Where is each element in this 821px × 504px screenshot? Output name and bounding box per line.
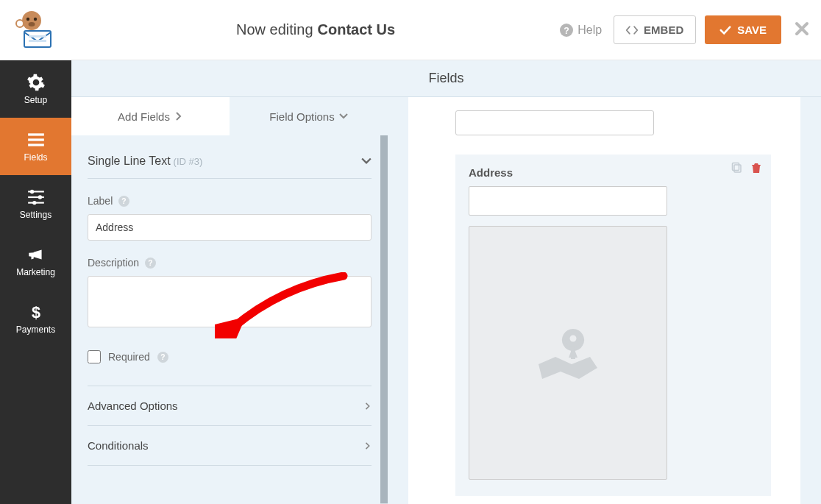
svg-point-3 (28, 22, 35, 26)
panel-header: Fields (71, 60, 821, 97)
duplicate-icon[interactable] (731, 162, 743, 174)
preview-input-prev-field[interactable] (455, 110, 654, 135)
required-row: Required ? (88, 346, 372, 386)
map-pin-icon (535, 324, 601, 383)
embed-label: EMBED (644, 24, 683, 36)
chevron-right-icon (364, 442, 372, 450)
chevron-down-icon (361, 156, 372, 166)
trash-icon[interactable] (750, 162, 762, 174)
save-button[interactable]: SAVE (705, 15, 781, 44)
svg-rect-27 (733, 163, 739, 171)
help-icon[interactable]: ? (157, 352, 168, 363)
form-name: Contact Us (318, 21, 396, 38)
save-label: SAVE (737, 24, 767, 36)
sidebar-item-marketing[interactable]: Marketing (0, 233, 71, 290)
embed-button[interactable]: EMBED (614, 15, 696, 44)
close-icon (795, 21, 809, 36)
workarea: Fields Add Fields Field Options (71, 60, 821, 504)
chevron-down-icon (339, 112, 348, 121)
svg-text:?: ? (122, 197, 127, 205)
sidebar: Setup Fields Settings Marketing $ Paymen… (0, 60, 71, 504)
description-input[interactable] (88, 276, 372, 327)
svg-point-0 (22, 11, 41, 30)
svg-text:?: ? (148, 259, 152, 267)
tab-field-options[interactable]: Field Options (230, 97, 388, 135)
required-checkbox[interactable] (88, 350, 101, 363)
preview-address-field[interactable]: Address (455, 155, 771, 496)
code-icon (626, 25, 638, 35)
chevron-right-icon (364, 402, 372, 410)
sidebar-item-settings[interactable]: Settings (0, 175, 71, 233)
svg-text:?: ? (160, 353, 165, 361)
svg-point-17 (38, 195, 41, 199)
svg-rect-6 (29, 40, 46, 42)
help-icon: ? (560, 24, 573, 37)
conditionals-label: Conditionals (88, 439, 149, 452)
main: Setup Fields Settings Marketing $ Paymen… (0, 60, 821, 504)
sidebar-label: Marketing (16, 267, 55, 277)
sidebar-item-payments[interactable]: $ Payments (0, 290, 71, 347)
tab-label: Field Options (269, 110, 334, 123)
now-editing-text: Now editing (236, 21, 313, 38)
svg-rect-5 (29, 35, 46, 38)
field-id-tag: (ID #3) (174, 156, 203, 167)
help-icon[interactable]: ? (145, 258, 156, 269)
preview-field-label: Address (469, 166, 758, 179)
gear-icon (26, 73, 46, 92)
sliders-icon (26, 188, 46, 207)
svg-point-1 (26, 17, 29, 20)
svg-point-7 (16, 20, 24, 27)
app-logo (0, 0, 71, 60)
page-title: Now editing Contact Us (71, 21, 560, 38)
svg-text:$: $ (31, 303, 40, 322)
options-body: Single Line Text (ID #3) Label ? (71, 135, 388, 473)
description-row: Description ? (88, 257, 372, 330)
advanced-options-label: Advanced Options (88, 400, 178, 412)
check-icon (719, 25, 731, 35)
sidebar-label: Settings (20, 210, 51, 220)
topbar: Now editing Contact Us ? Help EMBED SAVE (0, 0, 821, 60)
label-input[interactable] (88, 214, 372, 241)
scrollbar-thumb[interactable] (380, 135, 388, 503)
preview-map-placeholder (469, 226, 667, 480)
svg-point-16 (29, 190, 33, 194)
svg-rect-26 (734, 165, 741, 172)
tab-label: Add Fields (118, 110, 170, 123)
help-icon[interactable]: ? (118, 196, 129, 207)
advanced-options-toggle[interactable]: Advanced Options (88, 386, 372, 425)
columns: Add Fields Field Options Single Line Tex… (71, 97, 821, 504)
required-caption: Required (108, 351, 150, 363)
sidebar-label: Setup (24, 95, 47, 105)
sidebar-label: Fields (24, 152, 47, 163)
preview-address-input[interactable] (469, 186, 667, 216)
svg-point-2 (33, 17, 36, 20)
label-caption: Label (88, 195, 113, 207)
close-button[interactable] (795, 18, 809, 41)
help-link[interactable]: ? Help (560, 24, 602, 37)
dollar-icon: $ (26, 302, 46, 322)
conditionals-toggle[interactable]: Conditionals (88, 425, 372, 466)
svg-rect-10 (28, 133, 44, 135)
list-icon (26, 130, 46, 149)
tab-add-fields[interactable]: Add Fields (71, 97, 230, 135)
options-tabs: Add Fields Field Options (71, 97, 388, 135)
svg-rect-11 (28, 138, 44, 141)
description-caption: Description (88, 257, 139, 269)
bullhorn-icon (26, 245, 46, 264)
svg-point-29 (570, 335, 577, 341)
svg-rect-4 (24, 31, 51, 47)
sidebar-item-fields[interactable]: Fields (0, 118, 71, 175)
options-panel: Add Fields Field Options Single Line Tex… (71, 97, 388, 504)
svg-text:?: ? (564, 25, 569, 35)
label-row: Label ? (88, 195, 372, 241)
chevron-right-icon (174, 112, 183, 121)
sidebar-label: Payments (16, 324, 55, 335)
preview-panel: Address Submit (408, 97, 800, 504)
svg-rect-12 (28, 143, 44, 146)
field-type-header[interactable]: Single Line Text (ID #3) (88, 155, 372, 179)
field-type-name: Single Line Text (88, 155, 171, 167)
help-label: Help (577, 24, 602, 37)
sidebar-item-setup[interactable]: Setup (0, 60, 71, 118)
svg-point-18 (32, 201, 36, 205)
